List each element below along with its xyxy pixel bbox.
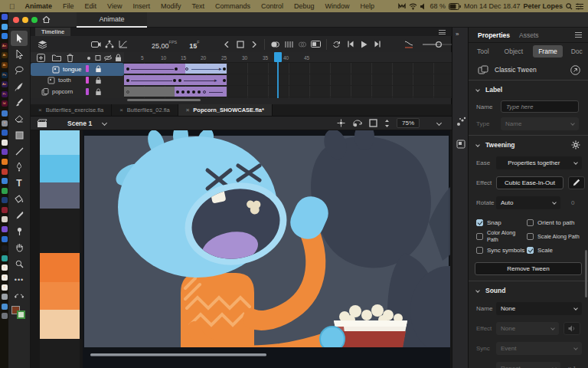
dock[interactable]: AnAiAiPsAePrId????	[0, 12, 8, 368]
dock-app-icon[interactable]	[2, 294, 8, 300]
graph-editor-icon[interactable]	[116, 38, 130, 51]
new-folder-icon[interactable]	[52, 54, 61, 61]
sound-effect-select[interactable]: None	[496, 322, 559, 335]
dock-app-icon[interactable]	[2, 226, 8, 232]
playhead[interactable]	[274, 52, 282, 62]
orient-to-path-checkbox[interactable]: Orient to path	[527, 219, 574, 226]
dock-app-icon[interactable]	[2, 304, 8, 310]
clip-content-icon[interactable]	[369, 119, 377, 127]
menu-modify[interactable]: Modify	[155, 2, 187, 10]
eyedropper-tool[interactable]	[11, 208, 28, 223]
ease-select[interactable]: Properties together	[496, 156, 582, 169]
create-frame-span-icon[interactable]	[309, 38, 323, 51]
tweening-section-header[interactable]: Tweening	[469, 138, 588, 152]
dock-app-icon[interactable]: ?	[2, 274, 8, 281]
close-window-button[interactable]	[13, 17, 19, 23]
dock-app-icon[interactable]	[2, 255, 8, 261]
wifi-icon[interactable]	[409, 3, 417, 10]
frame-row-popcorn[interactable]	[124, 86, 452, 97]
stage-hscrollbar[interactable]	[90, 353, 266, 356]
edit-ease-pencil-button[interactable]	[568, 176, 585, 189]
ease-effect-button[interactable]: Cubic Ease-In-Out	[496, 176, 564, 189]
subtab-doc[interactable]: Doc	[566, 45, 588, 58]
more-tools-button[interactable]: •••	[11, 272, 28, 288]
layer-row-tooth[interactable]: tooth	[31, 74, 124, 86]
dock-app-icon[interactable]	[2, 169, 8, 175]
scale-checkbox[interactable]: Scale	[527, 247, 553, 254]
fps-value[interactable]: 25,00FPS	[152, 38, 177, 51]
menu-window[interactable]: Window	[320, 2, 355, 10]
menu-help[interactable]: Help	[355, 2, 381, 10]
label-section-header[interactable]: Label	[469, 83, 588, 97]
subselection-tool[interactable]	[11, 47, 28, 62]
step-back-icon[interactable]	[344, 38, 358, 51]
current-frame-value[interactable]: 15F	[189, 38, 199, 51]
new-layer-icon[interactable]	[37, 54, 45, 62]
library-panel-icon[interactable]	[456, 140, 466, 149]
sound-sync-select[interactable]: Event	[496, 342, 582, 355]
swatch-light-orange[interactable]	[40, 282, 80, 310]
line-tool[interactable]	[11, 143, 28, 159]
pen-tool[interactable]	[11, 159, 28, 175]
menu-commands[interactable]: Commands	[210, 2, 256, 10]
expand-panels-icon[interactable]: »	[456, 31, 459, 38]
show-all-dot-icon[interactable]	[87, 54, 91, 62]
insert-keyframe-icon[interactable]	[234, 38, 247, 51]
panel-menu-icon[interactable]	[439, 30, 446, 34]
dock-app-icon[interactable]	[2, 159, 8, 165]
dock-app-icon[interactable]: Pr	[2, 91, 8, 97]
dock-app-icon[interactable]	[2, 140, 8, 146]
close-tab-icon[interactable]: ×	[186, 107, 190, 113]
edit-sound-envelope-button[interactable]	[564, 322, 580, 335]
close-tab-icon[interactable]: ×	[38, 107, 42, 113]
center-frame-icon[interactable]	[337, 119, 345, 127]
dock-app-icon[interactable]	[2, 236, 8, 242]
convert-tween-icon[interactable]	[570, 65, 580, 75]
doc-tab-butterflies-02[interactable]: ×Butterflies_02.fla	[112, 104, 178, 116]
swatch-light-blue[interactable]	[40, 130, 80, 155]
outline-column-icon[interactable]	[95, 54, 101, 62]
subtab-frame[interactable]: Frame	[533, 45, 563, 58]
timeline-panel-tab[interactable]: Timeline	[35, 28, 70, 36]
frame-row-tongue[interactable]: ▸	[124, 63, 452, 74]
menu-text[interactable]: Text	[186, 2, 210, 10]
dock-app-icon[interactable]	[2, 245, 8, 251]
dock-app-icon[interactable]	[2, 188, 8, 194]
m-logo-icon[interactable]	[398, 2, 406, 10]
sound-section-header[interactable]: Sound	[469, 284, 588, 297]
loop-icon[interactable]	[330, 38, 344, 51]
app-document-tab[interactable]: Animate	[77, 12, 147, 28]
rectangle-tool[interactable]	[11, 127, 28, 143]
dock-app-icon[interactable]: Id	[2, 100, 8, 107]
eraser-tool[interactable]	[11, 111, 28, 127]
menubar-user[interactable]: Peter Lopes	[523, 2, 563, 10]
zoom-stepper[interactable]	[384, 119, 390, 128]
zoom-tool[interactable]	[11, 256, 28, 271]
menu-file[interactable]: File	[57, 2, 80, 10]
dock-app-icon[interactable]	[2, 130, 8, 136]
layer-lock-icon[interactable]	[95, 65, 102, 73]
home-icon[interactable]	[42, 15, 51, 24]
dock-app-icon[interactable]	[2, 178, 8, 184]
dock-app-icon[interactable]: ?	[2, 264, 8, 271]
frame-ruler[interactable]: 5 10 15 20 25 30 35 40 45	[124, 52, 452, 63]
dock-app-icon[interactable]	[2, 207, 8, 213]
hand-tool[interactable]	[11, 240, 28, 255]
fluid-brush-tool[interactable]	[11, 79, 28, 94]
dock-app-icon[interactable]: An	[2, 43, 8, 49]
dock-app-icon[interactable]: Ae	[2, 81, 8, 87]
rotation-tool-icon[interactable]	[352, 119, 362, 127]
repeat-count-value[interactable]: x 1	[568, 365, 577, 368]
label-name-input[interactable]: Type here	[501, 100, 579, 113]
menu-control[interactable]: Control	[256, 2, 289, 10]
dock-app-icon[interactable]	[2, 197, 8, 203]
stage-canvas[interactable]	[83, 130, 450, 368]
hide-eye-icon[interactable]	[103, 54, 113, 62]
spotlight-search-icon[interactable]	[566, 3, 573, 10]
menubar-clock[interactable]: Mon 14 Dec 18.47	[464, 2, 521, 10]
lock-column-icon[interactable]	[115, 54, 122, 62]
dock-app-icon[interactable]	[2, 14, 8, 20]
menu-view[interactable]: View	[102, 2, 127, 10]
doc-tab-popcorn-showcase[interactable]: ×Popcorn_SHOWCASE.fla*	[178, 104, 273, 116]
text-tool[interactable]: T	[11, 176, 28, 191]
